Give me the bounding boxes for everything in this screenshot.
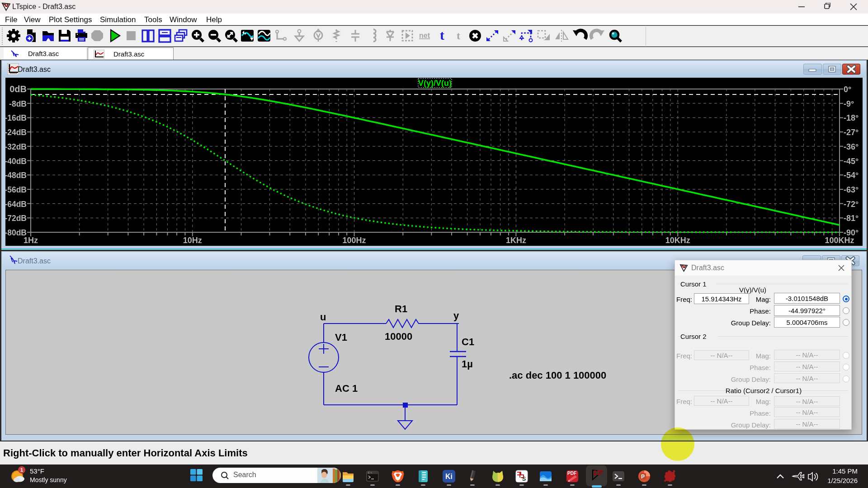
svg-text:-56dB: -56dB bbox=[5, 185, 27, 194]
svg-text:t: t bbox=[440, 28, 444, 42]
svg-text:100Hz: 100Hz bbox=[343, 236, 366, 245]
svg-text:-72°: -72° bbox=[844, 200, 859, 209]
svg-text:-9°: -9° bbox=[844, 99, 854, 108]
svg-text:P: P bbox=[641, 474, 645, 480]
svg-text:PDF: PDF bbox=[567, 471, 576, 476]
svg-text:-48dB: -48dB bbox=[5, 171, 27, 180]
svg-text:10KHz: 10KHz bbox=[665, 236, 690, 245]
svg-text:1Hz: 1Hz bbox=[24, 236, 38, 245]
svg-text:-8dB: -8dB bbox=[9, 99, 27, 108]
svg-text:-18°: -18° bbox=[844, 113, 859, 122]
svg-text:-81°: -81° bbox=[844, 214, 859, 223]
svg-text:-72dB: -72dB bbox=[5, 214, 27, 223]
svg-text:V(y)/V(u): V(y)/V(u) bbox=[418, 79, 452, 88]
svg-text:C:\: C:\ bbox=[368, 472, 372, 474]
svg-text:10Hz: 10Hz bbox=[183, 236, 202, 245]
svg-text:-27°: -27° bbox=[844, 128, 859, 137]
svg-text:t: t bbox=[457, 30, 460, 42]
svg-text:-63°: -63° bbox=[844, 185, 859, 194]
svg-text:-45°: -45° bbox=[844, 157, 859, 166]
svg-text:-24dB: -24dB bbox=[5, 128, 27, 137]
svg-text:-36°: -36° bbox=[844, 142, 859, 151]
svg-text:0dB: 0dB bbox=[9, 84, 27, 94]
svg-text:-64dB: -64dB bbox=[5, 200, 27, 209]
svg-text:1: 1 bbox=[20, 467, 23, 473]
svg-text:S: S bbox=[522, 475, 526, 482]
svg-text:0°: 0° bbox=[844, 85, 851, 94]
svg-text:Ki: Ki bbox=[445, 473, 453, 480]
svg-text:100KHz: 100KHz bbox=[825, 236, 854, 245]
svg-text:-16dB: -16dB bbox=[5, 113, 27, 122]
svg-text:1KHz: 1KHz bbox=[506, 236, 526, 245]
svg-text:-54°: -54° bbox=[844, 171, 859, 180]
svg-text:-40dB: -40dB bbox=[5, 157, 27, 166]
svg-text:-32dB: -32dB bbox=[5, 142, 27, 151]
svg-text:net: net bbox=[419, 32, 430, 39]
